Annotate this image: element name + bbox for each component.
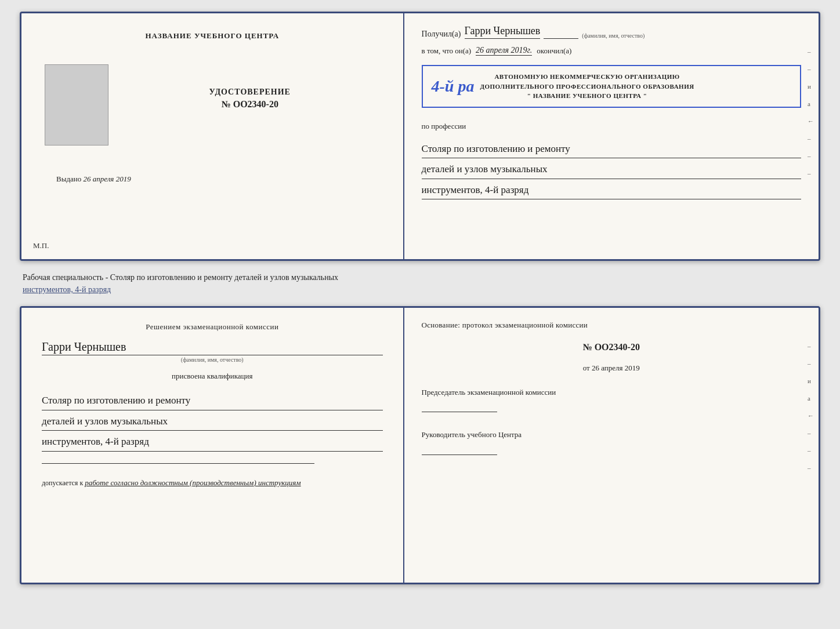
name-block-bottom: Гарри Чернышев (фамилия, имя, отчество) [42, 340, 383, 363]
stamp-block: 4-й рa АВТОНОМНУЮ НЕКОММЕРЧЕСКУЮ ОРГАНИЗ… [422, 65, 801, 108]
ot-date: 26 апреля 2019 [592, 363, 640, 372]
stamp-line3: " НАЗВАНИЕ УЧЕБНОГО ЦЕНТРА " [480, 91, 694, 101]
photo-placeholder [45, 64, 108, 146]
vtom-date: 26 апреля 2019г. [476, 46, 532, 56]
predsedatel-signature [422, 401, 497, 412]
osnovanie-text: Основание: протокол экзаменационной коми… [422, 319, 801, 331]
po-professii: по профессии [422, 122, 801, 131]
prisvoena-text: присвоена квалификация [42, 372, 383, 381]
udost-block: УДОСТОВЕРЕНИЕ № OO2340-20 [209, 88, 291, 110]
ot-date-line: от 26 апреля 2019 [422, 363, 801, 373]
okonchil-label: окончил(а) [537, 46, 571, 56]
top-doc-left: НАЗВАНИЕ УЧЕБНОГО ЦЕНТРА УДОСТОВЕРЕНИЕ №… [21, 13, 404, 259]
vtom-label: в том, что он(а) [422, 46, 472, 56]
qual-line2: деталей и узлов музыкальных [42, 413, 383, 431]
udost-number: № OO2340-20 [209, 99, 291, 110]
vtom-line: в том, что он(а) 26 апреля 2019г. окончи… [422, 46, 801, 56]
poluchil-label: Получил(а) [422, 30, 461, 39]
poluchil-line: Получил(а) Гарри Чернышев (фамилия, имя,… [422, 25, 801, 39]
profession-block: Столяр по изготовлению и ремонту деталей… [422, 138, 801, 200]
dopuskaetsya-label: допускается к [42, 479, 83, 487]
center-title: НАЗВАНИЕ УЧЕБНОГО ЦЕНТРА [145, 31, 279, 41]
caption-text: Рабочая специальность - Столяр по изгото… [23, 273, 338, 282]
udost-label: УДОСТОВЕРЕНИЕ [209, 88, 291, 97]
rukovoditel-label: Руководитель учебного Центра [422, 429, 801, 441]
profession-line2: деталей и узлов музыкальных [422, 161, 801, 179]
mp-line: М.П. [33, 241, 49, 250]
rukovoditel-signature [422, 443, 497, 455]
bottom-doc-right: Основание: протокол экзаменационной коми… [404, 308, 819, 583]
predsedatel-block: Председатель экзаменационной комиссии [422, 387, 801, 416]
fio-hint-top: (фамилия, имя, отчество) [582, 32, 645, 39]
profession-line1: Столяр по изготовлению и ремонту [422, 140, 801, 159]
bottom-doc-left: Решением экзаменационной комиссии Гарри … [21, 308, 404, 583]
recipient-name: Гарри Чернышев [465, 25, 541, 39]
top-document: НАЗВАНИЕ УЧЕБНОГО ЦЕНТРА УДОСТОВЕРЕНИЕ №… [20, 12, 820, 261]
bottom-name: Гарри Чернышев [42, 340, 383, 355]
stamp-4y: 4-й рa [432, 77, 475, 96]
vydano-line: Выдано 26 апреля 2019 [56, 174, 131, 184]
ot-label: от [583, 363, 590, 372]
bottom-right-decorations: – – и а ← – – – [808, 343, 814, 471]
stamp-line2: ДОПОЛНИТЕЛЬНОГО ПРОФЕССИОНАЛЬНОГО ОБРАЗО… [480, 82, 694, 92]
protocol-number: № OO2340-20 [422, 342, 801, 352]
vydano-label: Выдано [56, 174, 81, 183]
top-doc-right: Получил(а) Гарри Чернышев (фамилия, имя,… [404, 13, 819, 259]
dopuskaetsya-line: допускается к работе согласно должностны… [42, 478, 383, 488]
stamp-line1: АВТОНОМНУЮ НЕКОММЕРЧЕСКУЮ ОРГАНИЗАЦИЮ [480, 72, 694, 82]
qual-line1: Столяр по изготовлению и ремонту [42, 392, 383, 410]
caption-text2: инструментов, 4-й разряд [23, 285, 111, 294]
qual-line3: инструментов, 4-й разряд [42, 433, 383, 452]
bottom-fio-hint: (фамилия, имя, отчество) [42, 357, 383, 363]
vydano-date: 26 апреля 2019 [84, 174, 131, 183]
bottom-document: Решением экзаменационной комиссии Гарри … [20, 306, 820, 584]
caption-between: Рабочая специальность - Столяр по изгото… [20, 271, 820, 296]
qualification-block: Столяр по изготовлению и ремонту деталей… [42, 390, 383, 452]
profession-line3: инструментов, 4-й разряд [422, 181, 801, 200]
predsedatel-label: Председатель экзаменационной комиссии [422, 387, 801, 398]
stamp-text: АВТОНОМНУЮ НЕКОММЕРЧЕСКУЮ ОРГАНИЗАЦИЮ ДО… [480, 72, 694, 101]
rukovoditel-block: Руководитель учебного Центра [422, 429, 801, 458]
resheniem-text: Решением экзаменационной комиссии [42, 322, 383, 332]
dopusk-italic: работе согласно должностным (производств… [85, 478, 300, 487]
right-decorations: – – и а ← – – – [808, 48, 814, 177]
